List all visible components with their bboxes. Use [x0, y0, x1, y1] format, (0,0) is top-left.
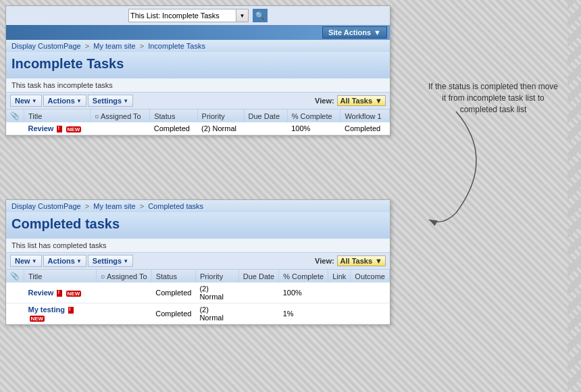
new-badge-b1: NEW — [66, 291, 82, 297]
row-status-top-1: Completed — [150, 122, 197, 135]
view-value-bottom: All Tasks — [340, 257, 373, 265]
row-complete-top-1: 100% — [287, 122, 340, 135]
row-priority-top-1: (2) Normal — [197, 122, 244, 135]
row-outcome-b2 — [351, 303, 390, 324]
view-select-bottom[interactable]: All Tasks ▼ — [337, 255, 386, 266]
table-row: My testing NEW Completed (2) Normal 1% — [6, 303, 390, 324]
new-label-bottom: New — [15, 257, 30, 265]
view-dropdown-icon-top: ▼ — [375, 97, 382, 105]
view-area-bottom: View: All Tasks ▼ — [315, 255, 386, 266]
row-complete-b1: 100% — [279, 283, 328, 303]
row-workflow1-top-1: Completed — [340, 122, 390, 135]
table-header-row-bottom: 📎 Title ○ Assigned To Status Priority Du… — [6, 270, 390, 283]
new-label-top: New — [15, 97, 30, 105]
breadcrumb-sep-b2: > — [140, 202, 146, 210]
row-link-b2 — [328, 303, 351, 324]
radio-icon-top: ○ — [95, 112, 99, 120]
row-assigned-b2 — [96, 303, 151, 324]
col-header-duedate-bottom: Due Date — [238, 270, 278, 283]
row-assigned-b1 — [96, 283, 151, 303]
list-info-bottom: This list has completed tasks — [6, 239, 390, 253]
breadcrumb-bottom: Display CustomPage > My team site > Comp… — [6, 200, 390, 212]
breadcrumb-link-1[interactable]: Display CustomPage — [11, 42, 81, 50]
view-area-top: View: All Tasks ▼ — [315, 95, 386, 106]
settings-arrow-icon-bottom: ▼ — [123, 258, 128, 264]
row-duedate-b2 — [238, 303, 278, 324]
search-box-container: ▼ — [128, 9, 249, 22]
settings-button-top[interactable]: Settings ▼ — [88, 95, 133, 107]
new-icon-b1 — [57, 290, 62, 297]
site-actions-bar: Site Actions ▼ — [6, 25, 390, 40]
row-priority-b2: (2) Normal — [195, 303, 238, 324]
task-table-bottom: 📎 Title ○ Assigned To Status Priority Du… — [6, 270, 390, 324]
col-header-link-bottom: Link — [328, 270, 351, 283]
row-status-b1: Completed — [151, 283, 195, 303]
task-table-top: 📎 Title ○ Assigned To Status Priority Du… — [6, 109, 390, 135]
search-bar: ▼ 🔍 — [6, 6, 390, 25]
panel-incomplete-tasks: ▼ 🔍 Site Actions ▼ Display CustomPage > … — [5, 5, 390, 136]
col-header-outcome-bottom: Outcome — [351, 270, 390, 283]
task-link-b1[interactable]: Review — [28, 289, 54, 297]
view-value-top: All Tasks — [340, 97, 373, 105]
col-header-assigned-bottom: ○ Assigned To — [96, 270, 151, 283]
col-header-status-bottom: Status — [151, 270, 195, 283]
attachment-icon-top: 📎 — [10, 112, 20, 120]
breadcrumb-link-b2[interactable]: My team site — [93, 202, 135, 210]
actions-label-top: Actions — [48, 97, 75, 105]
search-input[interactable] — [128, 9, 236, 22]
radio-icon-bottom: ○ — [101, 272, 105, 280]
task-link-b2[interactable]: My testing — [28, 305, 65, 314]
search-button[interactable]: 🔍 — [253, 9, 268, 22]
col-header-workflow1-top: Workflow 1 — [340, 109, 390, 122]
panel-completed-tasks: Display CustomPage > My team site > Comp… — [5, 199, 390, 325]
site-actions-button[interactable]: Site Actions ▼ — [322, 26, 387, 39]
col-header-title-bottom: Title — [24, 270, 97, 283]
breadcrumb-link-b1[interactable]: Display CustomPage — [11, 202, 81, 210]
annotation-text: If the status is completed then move it … — [426, 81, 561, 115]
site-actions-label: Site Actions — [328, 28, 371, 36]
row-priority-b1: (2) Normal — [195, 283, 238, 303]
new-button-bottom[interactable]: New ▼ — [10, 255, 42, 267]
row-title-b2: My testing NEW — [24, 303, 97, 324]
row-assigned-top-1 — [90, 122, 149, 135]
search-dropdown-btn[interactable]: ▼ — [236, 9, 249, 22]
page-title-top: Incomplete Tasks — [11, 56, 384, 72]
settings-arrow-icon-top: ▼ — [123, 98, 128, 104]
col-header-assigned-top: ○ Assigned To — [90, 109, 149, 122]
col-header-priority-bottom: Priority — [195, 270, 238, 283]
actions-label-bottom: Actions — [48, 257, 75, 265]
site-actions-arrow-icon: ▼ — [374, 28, 381, 36]
col-header-priority-top: Priority — [197, 109, 244, 122]
actions-button-top[interactable]: Actions ▼ — [43, 95, 86, 107]
toolbar-bottom: New ▼ Actions ▼ Settings ▼ View: All Tas… — [6, 253, 390, 270]
actions-arrow-icon-bottom: ▼ — [76, 258, 82, 264]
col-header-checkbox-bottom: 📎 — [6, 270, 24, 283]
breadcrumb-top: Display CustomPage > My team site > Inco… — [6, 40, 390, 52]
row-checkbox-top-1 — [6, 122, 24, 135]
page-title-area-bottom: Completed tasks — [6, 212, 390, 239]
breadcrumb-link-2[interactable]: My team site — [93, 42, 135, 50]
col-header-checkbox-top: 📎 — [6, 109, 24, 122]
col-header-status-top: Status — [150, 109, 197, 122]
view-dropdown-icon-bottom: ▼ — [375, 257, 382, 265]
breadcrumb-current: Incomplete Tasks — [148, 42, 205, 50]
view-select-top[interactable]: All Tasks ▼ — [337, 95, 386, 106]
actions-button-bottom[interactable]: Actions ▼ — [43, 255, 86, 267]
row-title-top-1: Review NEW — [24, 122, 91, 135]
col-header-complete-bottom: % Complete — [279, 270, 328, 283]
settings-button-bottom[interactable]: Settings ▼ — [88, 255, 133, 267]
attachment-icon-bottom: 📎 — [10, 272, 20, 280]
row-checkbox-b2 — [6, 303, 24, 324]
row-checkbox-b1 — [6, 283, 24, 303]
new-button-top[interactable]: New ▼ — [10, 95, 42, 107]
new-icon-top-1 — [57, 126, 62, 132]
annotation-arrow — [388, 105, 524, 240]
settings-label-top: Settings — [93, 97, 122, 105]
task-link-top-1[interactable]: Review — [28, 124, 54, 132]
view-label-top: View: — [315, 97, 334, 105]
new-arrow-icon-bottom: ▼ — [32, 258, 37, 264]
row-duedate-b1 — [238, 283, 278, 303]
row-status-b2: Completed — [151, 303, 195, 324]
breadcrumb-sep-2: > — [140, 42, 146, 50]
table-header-row-top: 📎 Title ○ Assigned To Status Priority Du… — [6, 109, 390, 122]
